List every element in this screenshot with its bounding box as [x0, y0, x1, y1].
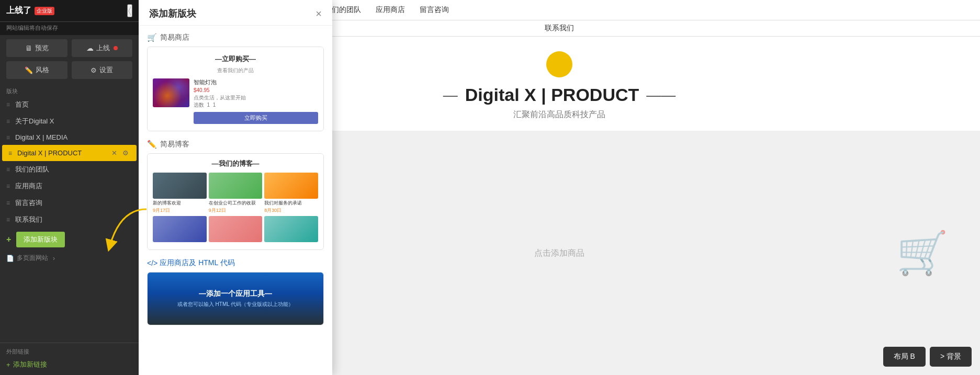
app-title: 上线了 [6, 5, 31, 16]
sidebar-item-home[interactable]: ≡ 首页 [0, 96, 139, 113]
nav-item-delete-button[interactable]: ✕ [110, 149, 119, 157]
sidebar-style-row: ✏️ 风格 ⚙ 设置 [0, 61, 139, 84]
blog-post-title-3: 我们对服务的承诺 [264, 200, 318, 207]
bottom-toolbar: 布局 B > 背景 [883, 347, 972, 367]
add-block-button[interactable]: 添加新版块 [16, 232, 65, 247]
sidebar-item-about[interactable]: ≡ 关于Digital X [0, 113, 139, 130]
sidebar-collapse-button[interactable]: 〈 [127, 4, 132, 17]
blog-section-title: ✏️ 简易博客 [147, 140, 324, 149]
nav-link-contactus[interactable]: 联系我们 [545, 24, 574, 33]
blog-img-5 [209, 216, 263, 242]
nav-item-label: 应用商店 [15, 181, 42, 191]
html-section-label: 应用商店及 HTML 代码 [160, 258, 234, 268]
product-placeholder-text: 点击添加商品 [534, 248, 584, 259]
blog-post-date-2: 9月12日 [209, 207, 263, 214]
nav-item-actions: ✕ ⚙ [110, 149, 130, 157]
add-block-item[interactable]: + 添加新版块 [0, 228, 139, 251]
nav-item-settings-button[interactable]: ⚙ [121, 149, 130, 157]
sidebar-item-media[interactable]: ≡ Digital X | MEDIA [0, 130, 139, 145]
blog-post-5 [209, 216, 263, 242]
shop-product-image [153, 78, 189, 107]
publish-icon: ☁ [86, 44, 94, 52]
multipage-icon: 📄 [6, 255, 14, 262]
sidebar-header: 上线了 企业版 〈 [0, 0, 139, 22]
sidebar-nav-list: ≡ 首页 ≡ 关于Digital X ≡ Digital X | MEDIA ≡… [0, 96, 139, 343]
external-links-section: 外部链接 + 添加新链接 [0, 343, 139, 375]
blog-post-title-2: 在创业公司工作的收获 [209, 200, 263, 207]
sidebar-item-appstore[interactable]: ≡ 应用商店 [0, 178, 139, 195]
shop-preview-info: 智能灯泡 $40.95 点类生活，从这里开始选数 1 1 立即购买 [194, 78, 318, 124]
blog-section-icon: ✏️ [147, 140, 157, 149]
html-card-sub: 或者您可以输入 HTML 代码（专业版或以上功能） [177, 301, 294, 308]
html-section-icon: </> [147, 259, 157, 267]
blog-preview-title: —我们的博客— [153, 159, 318, 168]
app-badge: 企业版 [35, 7, 54, 15]
modal-body: 🛒 简易商店 —立即购买— 查看我们的产品 智能灯泡 $40.95 点类生活，从… [139, 26, 332, 375]
style-label: 风格 [36, 65, 49, 75]
blog-card-inner: —我们的博客— 新的博客欢迎 9月17日 在创业公司工作的收获 9月12日 [148, 154, 323, 249]
drag-icon: ≡ [6, 199, 10, 207]
blog-post-6 [264, 216, 318, 242]
settings-button[interactable]: ⚙ 设置 [72, 61, 133, 79]
shop-preview-product: 智能灯泡 $40.95 点类生活，从这里开始选数 1 1 立即购买 [153, 78, 318, 124]
chevron-right-icon: › [53, 255, 55, 262]
settings-icon: ⚙ [91, 66, 97, 74]
modal-title: 添加新版块 [149, 7, 196, 20]
blog-section-label: 简易博客 [160, 140, 189, 149]
shop-product-price: $40.95 [194, 87, 318, 93]
shop-block-card[interactable]: —立即购买— 查看我们的产品 智能灯泡 $40.95 点类生活，从这里开始选数 … [147, 47, 324, 131]
shop-buy-button[interactable]: 立即购买 [194, 112, 318, 124]
layout-button[interactable]: 布局 B [883, 347, 926, 367]
blog-post-4 [153, 216, 207, 242]
add-block-modal: 添加新版块 × 🛒 简易商店 —立即购买— 查看我们的产品 智能灯泡 $40.9… [139, 0, 332, 375]
add-link-label: 添加新链接 [13, 360, 47, 369]
preview-icon: 🖥 [25, 44, 32, 52]
sidebar-item-team[interactable]: ≡ 我们的团队 [0, 161, 139, 178]
hero-title-main: Digital X | PRODUCT [465, 85, 639, 105]
style-button[interactable]: ✏️ 风格 [6, 61, 67, 79]
blog-preview-grid-2 [153, 216, 318, 242]
blog-preview: —我们的博客— 新的博客欢迎 9月17日 在创业公司工作的收获 9月12日 [153, 159, 318, 244]
nav-link-appstore[interactable]: 应用商店 [376, 5, 405, 15]
nav-item-label: 留言咨询 [15, 198, 42, 208]
cart-icon-large: 🛒 [896, 229, 949, 278]
blog-block-card[interactable]: —我们的博客— 新的博客欢迎 9月17日 在创业公司工作的收获 9月12日 [147, 153, 324, 250]
multipage-label: 多页面网站 [17, 254, 48, 263]
hero-circle-decoration [546, 51, 572, 77]
drag-icon: ≡ [6, 134, 10, 141]
settings-label: 设置 [99, 65, 113, 75]
shop-preview: —立即购买— 查看我们的产品 智能灯泡 $40.95 点类生活，从这里开始选数 … [153, 54, 318, 124]
html-card-inner: —添加一个应用工具— 或者您可以输入 HTML 代码（专业版或以上功能） [148, 272, 323, 325]
multipage-item[interactable]: 📄 多页面网站 › [0, 251, 139, 265]
hero-title-suffix: —— [646, 87, 675, 104]
publish-dot [114, 46, 118, 50]
modal-close-button[interactable]: × [316, 8, 322, 19]
shop-product-qty: 点类生活，从这里开始选数 1 1 [194, 94, 318, 109]
nav-item-label: 关于Digital X [15, 117, 54, 126]
blocks-section-label: 版块 [0, 84, 139, 96]
hero-title: — Digital X | PRODUCT —— [443, 85, 676, 105]
autosave-label: 网站编辑将自动保存 [0, 22, 139, 35]
sidebar-item-contact[interactable]: ≡ 留言咨询 [0, 195, 139, 211]
hero-title-prefix: — [443, 87, 458, 104]
blog-img-6 [264, 216, 318, 242]
blog-img-2 [209, 173, 263, 199]
product-placeholder: 点击添加商品 [534, 248, 584, 259]
shop-preview-title: —立即购买— [153, 54, 318, 64]
blog-post-2: 在创业公司工作的收获 9月12日 [209, 173, 263, 214]
external-links-label: 外部链接 [0, 346, 139, 357]
add-link-item[interactable]: + 添加新链接 [0, 357, 139, 372]
sidebar-logo: 上线了 企业版 [6, 5, 54, 16]
shop-preview-subtitle: 查看我们的产品 [153, 67, 318, 74]
blog-post-1: 新的博客欢迎 9月17日 [153, 173, 207, 214]
nav-link-contact[interactable]: 留言咨询 [420, 5, 449, 15]
preview-button[interactable]: 🖥 预览 [6, 39, 67, 57]
drag-icon: ≡ [6, 166, 10, 173]
sidebar-item-product[interactable]: ≡ Digital X | PRODUCT ✕ ⚙ [2, 145, 137, 161]
drag-icon: ≡ [6, 118, 10, 125]
html-block-card[interactable]: —添加一个应用工具— 或者您可以输入 HTML 代码（专业版或以上功能） [147, 272, 324, 325]
background-button[interactable]: > 背景 [930, 347, 972, 367]
sidebar-item-contactus[interactable]: ≡ 联系我们 [0, 211, 139, 228]
add-icon: + [6, 235, 11, 244]
publish-button[interactable]: ☁ 上线 [72, 39, 133, 57]
